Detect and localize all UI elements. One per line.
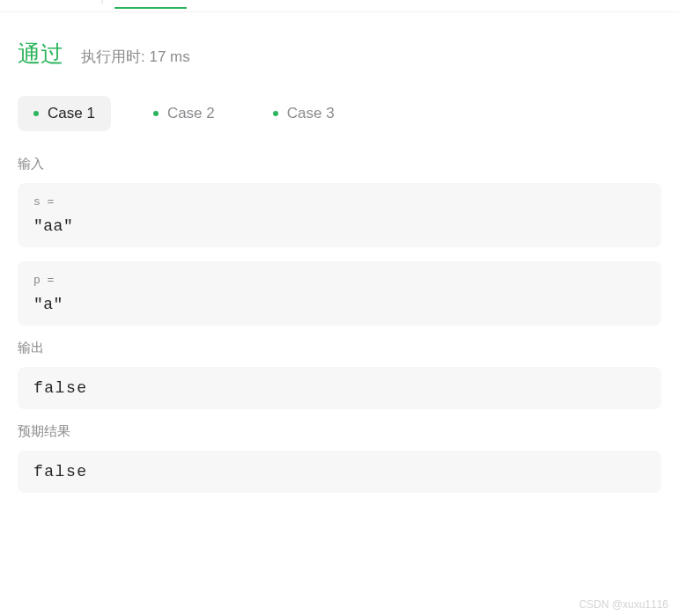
case-tab-label: Case 2	[167, 105, 215, 122]
case-dot-icon	[33, 111, 39, 116]
input-block-s: s = "aa"	[18, 183, 661, 247]
expected-value: false	[33, 463, 646, 480]
var-name: p =	[33, 274, 646, 287]
output-block: false	[18, 367, 661, 409]
status-pass: 通过	[18, 39, 63, 70]
top-tabs: 测试用例 | 测试结果	[0, 0, 679, 12]
case-tab-2[interactable]: Case 2	[137, 96, 231, 131]
input-label: 输入	[18, 156, 661, 172]
case-tabs: Case 1 Case 2 Case 3	[18, 96, 661, 131]
case-tab-label: Case 1	[48, 105, 95, 122]
output-label: 输出	[18, 340, 661, 356]
case-dot-icon	[273, 111, 278, 116]
var-name: s =	[33, 195, 646, 209]
tab-test-result[interactable]: 测试结果	[114, 0, 187, 9]
content-area: 通过 执行用时: 17 ms Case 1 Case 2 Case 3 输入 s…	[0, 12, 679, 524]
tab-test-case[interactable]: 测试用例	[18, 0, 90, 8]
expected-block: false	[18, 451, 661, 493]
case-tab-3[interactable]: Case 3	[257, 96, 351, 131]
output-value: false	[33, 379, 646, 397]
var-value: "aa"	[33, 217, 646, 235]
tab-divider: |	[100, 0, 104, 4]
case-tab-1[interactable]: Case 1	[18, 96, 111, 131]
expected-label: 预期结果	[18, 423, 661, 440]
status-row: 通过 执行用时: 17 ms	[18, 39, 661, 70]
case-tab-label: Case 3	[287, 105, 335, 122]
case-dot-icon	[153, 111, 159, 116]
var-value: "a"	[33, 296, 646, 313]
runtime-text: 执行用时: 17 ms	[81, 47, 190, 67]
tab-test-case-label: 测试用例	[37, 0, 90, 1]
input-block-p: p = "a"	[18, 261, 661, 326]
